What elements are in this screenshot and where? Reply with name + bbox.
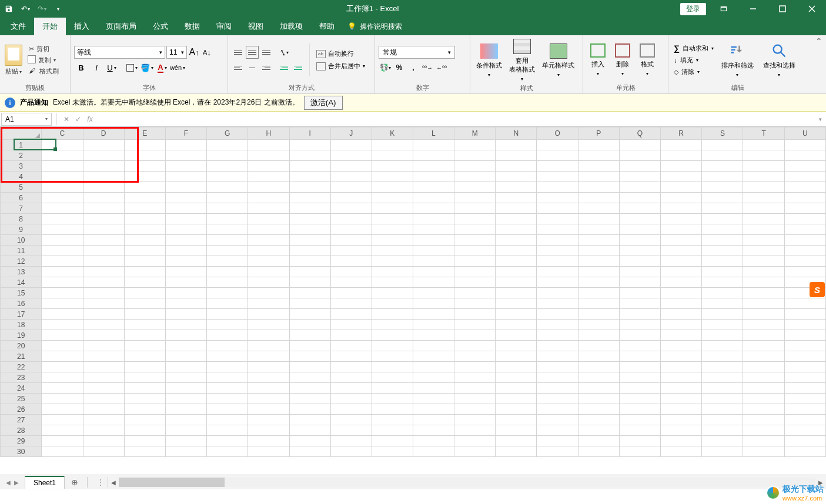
cell-J15[interactable] — [330, 288, 372, 298]
cell-T23[interactable] — [743, 372, 784, 383]
cell-L24[interactable] — [413, 383, 454, 394]
cell-C12[interactable] — [42, 256, 83, 267]
cell-U27[interactable] — [784, 415, 825, 425]
cell-K15[interactable] — [372, 288, 413, 298]
cell-styles-button[interactable]: 单元格样式▾ — [539, 42, 578, 79]
cell-C22[interactable] — [42, 362, 83, 372]
row-header-29[interactable]: 29 — [1, 436, 42, 446]
cell-N4[interactable] — [496, 172, 537, 182]
cell-T9[interactable] — [743, 224, 784, 235]
cell-C15[interactable] — [42, 288, 83, 298]
cell-L25[interactable] — [413, 394, 454, 404]
cell-K9[interactable] — [372, 224, 413, 235]
cell-N6[interactable] — [496, 193, 537, 203]
cell-P20[interactable] — [578, 341, 619, 351]
cell-R29[interactable] — [661, 436, 702, 446]
cell-M26[interactable] — [454, 404, 496, 415]
cell-G17[interactable] — [207, 309, 248, 320]
cell-G26[interactable] — [207, 404, 248, 415]
cell-K6[interactable] — [372, 193, 413, 203]
bold-button[interactable]: B — [74, 61, 88, 74]
cell-S21[interactable] — [702, 351, 743, 362]
cell-R30[interactable] — [661, 446, 702, 457]
align-middle-button[interactable] — [246, 46, 259, 59]
cell-G1[interactable] — [207, 140, 248, 150]
cell-J12[interactable] — [330, 256, 372, 267]
row-header-11[interactable]: 11 — [1, 246, 42, 256]
cell-J14[interactable] — [330, 277, 372, 288]
cell-C17[interactable] — [42, 309, 83, 320]
cell-Q20[interactable] — [619, 341, 660, 351]
increase-font-button[interactable]: A↑ — [188, 46, 200, 59]
cell-F26[interactable] — [165, 404, 206, 415]
row-header-19[interactable]: 19 — [1, 330, 42, 341]
col-header-C[interactable]: C — [42, 127, 83, 140]
cell-R26[interactable] — [661, 404, 702, 415]
save-button[interactable] — [2, 2, 15, 15]
cell-O4[interactable] — [537, 172, 578, 182]
cell-L10[interactable] — [413, 235, 454, 246]
align-right-button[interactable] — [260, 61, 273, 74]
cell-E16[interactable] — [124, 298, 165, 309]
row-header-3[interactable]: 3 — [1, 161, 42, 172]
cell-D14[interactable] — [83, 277, 124, 288]
cell-N20[interactable] — [496, 341, 537, 351]
cell-F4[interactable] — [165, 172, 206, 182]
cell-Q30[interactable] — [619, 446, 660, 457]
cell-J16[interactable] — [330, 298, 372, 309]
cell-U4[interactable] — [784, 172, 825, 182]
cell-M7[interactable] — [454, 203, 496, 214]
autosum-button[interactable]: ∑自动求和▾ — [672, 43, 715, 53]
cell-M20[interactable] — [454, 341, 496, 351]
cell-I22[interactable] — [289, 362, 330, 372]
cell-P1[interactable] — [578, 140, 619, 150]
row-header-8[interactable]: 8 — [1, 214, 42, 224]
copy-button[interactable]: 复制▾ — [27, 55, 61, 65]
cell-I26[interactable] — [289, 404, 330, 415]
cell-I20[interactable] — [289, 341, 330, 351]
cell-T20[interactable] — [743, 341, 784, 351]
cell-G21[interactable] — [207, 351, 248, 362]
underline-button[interactable]: U▾ — [105, 61, 119, 74]
cell-M15[interactable] — [454, 288, 496, 298]
cancel-formula-button[interactable]: ✕ — [61, 115, 72, 123]
sheet-nav-prev[interactable]: ◀ — [6, 479, 11, 486]
cell-M28[interactable] — [454, 425, 496, 436]
cell-O12[interactable] — [537, 256, 578, 267]
cell-J18[interactable] — [330, 320, 372, 330]
cell-I12[interactable] — [289, 256, 330, 267]
cell-J7[interactable] — [330, 203, 372, 214]
cell-O28[interactable] — [537, 425, 578, 436]
cell-O17[interactable] — [537, 309, 578, 320]
cell-H29[interactable] — [248, 436, 289, 446]
cell-N8[interactable] — [496, 214, 537, 224]
cell-Q11[interactable] — [619, 246, 660, 256]
cell-S20[interactable] — [702, 341, 743, 351]
cell-T30[interactable] — [743, 446, 784, 457]
cell-H3[interactable] — [248, 161, 289, 172]
cell-H17[interactable] — [248, 309, 289, 320]
col-header-H[interactable]: H — [248, 127, 289, 140]
phonetic-button[interactable]: wén▾ — [170, 61, 185, 74]
cell-R14[interactable] — [661, 277, 702, 288]
cell-U21[interactable] — [784, 351, 825, 362]
cell-P9[interactable] — [578, 224, 619, 235]
cell-G10[interactable] — [207, 235, 248, 246]
cell-I2[interactable] — [289, 150, 330, 161]
cell-U13[interactable] — [784, 267, 825, 277]
cell-O6[interactable] — [537, 193, 578, 203]
row-header-20[interactable]: 20 — [1, 341, 42, 351]
cell-L26[interactable] — [413, 404, 454, 415]
cell-E29[interactable] — [124, 436, 165, 446]
cell-K29[interactable] — [372, 436, 413, 446]
cell-K14[interactable] — [372, 277, 413, 288]
cell-R10[interactable] — [661, 235, 702, 246]
cell-K16[interactable] — [372, 298, 413, 309]
cell-T7[interactable] — [743, 203, 784, 214]
cell-N9[interactable] — [496, 224, 537, 235]
cell-K7[interactable] — [372, 203, 413, 214]
font-name-combo[interactable]: 等线▾ — [74, 46, 165, 59]
cell-G25[interactable] — [207, 394, 248, 404]
cell-R5[interactable] — [661, 182, 702, 193]
cell-Q23[interactable] — [619, 372, 660, 383]
